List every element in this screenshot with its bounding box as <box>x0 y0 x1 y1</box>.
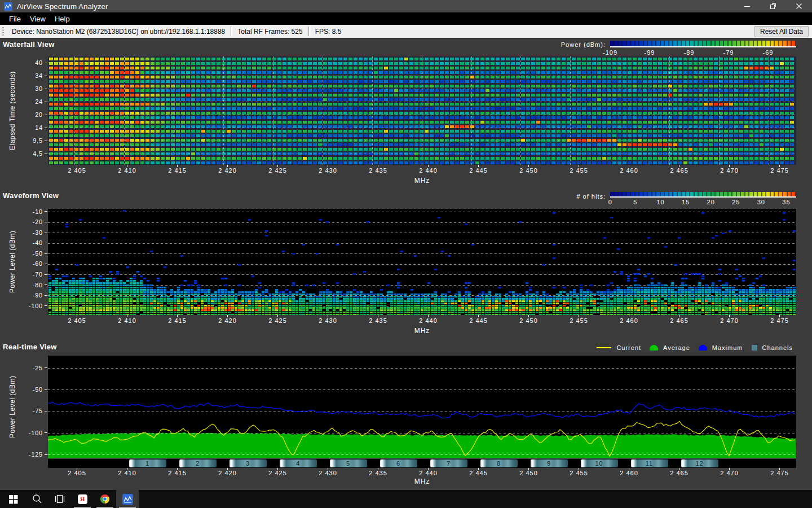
fps-status: FPS: 8.5 <box>311 28 346 36</box>
waveform-canvas <box>48 209 796 315</box>
minimize-button[interactable] <box>734 0 760 12</box>
rf-frames-status: Total RF Frames: 525 <box>233 28 307 36</box>
power-gradient-bar <box>610 41 796 47</box>
channel-bar: 1 <box>129 459 166 467</box>
realtime-legend: Current Average Maximum Channels <box>597 344 796 352</box>
channel-bars: 123456789101112 <box>122 459 725 467</box>
channel-bar: 3 <box>230 459 267 467</box>
task-view-button[interactable] <box>48 490 71 508</box>
waveform-ytick-marks <box>45 207 47 311</box>
waterfall-ytick-marks <box>45 56 47 160</box>
channels-strip: 123456789101112 <box>48 459 796 468</box>
toolbar: Device: NanoStation M2 (68725138D16C) on… <box>0 25 812 38</box>
airview-taskbar-button[interactable] <box>116 490 139 508</box>
restore-button[interactable] <box>760 0 786 12</box>
waveform-yticks: -10-20-30-40-50-60-70-80-90-100 <box>15 207 43 311</box>
waterfall-xticks: 2 4052 4102 4152 4202 4252 4302 4352 440… <box>52 167 805 174</box>
hits-gradient-bar <box>610 192 796 198</box>
waterfall-title: Waterfall View <box>3 40 55 49</box>
search-button[interactable] <box>26 490 48 508</box>
channel-bar: 5 <box>330 459 367 467</box>
channel-bar: 9 <box>531 459 568 467</box>
average-swatch <box>650 345 658 351</box>
current-line-swatch <box>597 347 611 348</box>
legend-average-label: Average <box>663 344 690 351</box>
legend-current-label: Current <box>616 344 641 351</box>
app-window: AirView Spectrum Analyzer FileViewHelp D… <box>0 0 812 508</box>
power-legend-label: Power (dBm): <box>561 41 606 48</box>
menu-item[interactable]: View <box>25 14 50 24</box>
airview-icon <box>122 494 133 505</box>
power-legend-ticks: -109-99-89-79-69 <box>590 49 788 56</box>
window-title: AirView Spectrum Analyzer <box>17 2 108 11</box>
channel-bar: 6 <box>380 459 417 467</box>
menu-item[interactable]: Help <box>50 14 74 24</box>
channel-bar: 8 <box>480 459 518 467</box>
realtime-yticks: -25-50-75-100-125 <box>15 357 43 466</box>
device-status: Device: NanoStation M2 (68725138D16C) on… <box>7 28 230 36</box>
legend-maximum-label: Maximum <box>712 344 743 351</box>
waterfall-canvas <box>48 56 796 165</box>
channel-bar: 12 <box>681 459 718 467</box>
maximum-swatch <box>699 345 707 351</box>
menubar: FileViewHelp <box>0 12 812 25</box>
yandex-browser-button[interactable]: Я <box>71 490 94 508</box>
realtime-canvas <box>48 356 796 458</box>
toolbar-grip <box>2 27 4 36</box>
close-button[interactable] <box>786 0 812 12</box>
realtime-xlabel: MHz <box>48 478 796 485</box>
menu-item[interactable]: File <box>5 14 25 24</box>
waterfall-xlabel: MHz <box>48 177 796 185</box>
waterfall-yticks: 4034302420149,54,5 <box>15 56 43 160</box>
taskbar: Я <box>0 490 812 508</box>
separator <box>231 27 232 36</box>
waveform-title: Waveform View <box>3 191 59 200</box>
titlebar: AirView Spectrum Analyzer <box>0 0 812 12</box>
app-icon <box>4 2 12 11</box>
chrome-button[interactable] <box>94 490 116 508</box>
channel-bar: 10 <box>581 459 618 467</box>
start-button[interactable] <box>0 490 26 508</box>
channel-bar: 2 <box>179 459 217 467</box>
chrome-icon <box>100 494 110 504</box>
plots-area: Waterfall View Power (dBm): -109-99-89-7… <box>0 38 812 490</box>
channels-swatch <box>752 345 757 351</box>
separator <box>308 27 310 36</box>
hits-legend-ticks: 05101520253035 <box>598 199 799 205</box>
realtime-ytick-marks <box>45 357 47 466</box>
channel-bar: 11 <box>631 459 668 467</box>
realtime-xticks: 2 4052 4102 4152 4202 4252 4302 4352 440… <box>52 470 805 476</box>
waveform-xticks: 2 4052 4102 4152 4202 4252 4302 4352 440… <box>52 317 805 324</box>
reset-all-data-button[interactable]: Reset All Data <box>754 26 809 37</box>
yandex-icon: Я <box>78 494 87 504</box>
legend-channels-label: Channels <box>762 344 793 351</box>
waveform-xlabel: MHz <box>48 327 796 335</box>
realtime-title: Real-time View <box>3 343 57 351</box>
channel-bar: 4 <box>280 459 317 467</box>
channel-bar: 7 <box>430 459 467 467</box>
